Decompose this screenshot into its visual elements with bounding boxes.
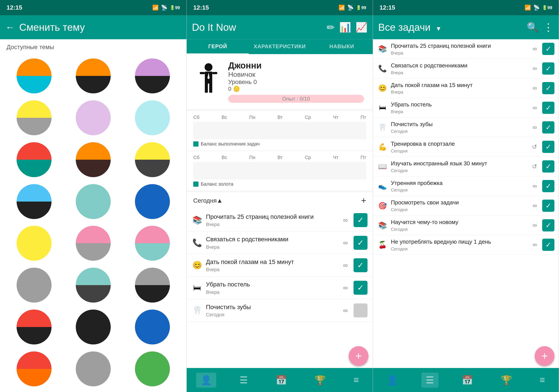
theme-circle-16[interactable]: [66, 266, 121, 304]
theme-circle-6[interactable]: [7, 141, 61, 178]
bottom-nav-item-p2-1[interactable]: ☰: [235, 373, 252, 388]
theme-circle-7[interactable]: [66, 141, 121, 178]
task-check-button[interactable]: ✓: [542, 82, 554, 94]
task-item[interactable]: 📞 Связаться с родственниками Вчера ∞ ✓: [373, 59, 559, 79]
task-item[interactable]: 🦷 Почистить зубы Сегодня ∞: [187, 299, 373, 322]
task-check-button[interactable]: ✓: [542, 141, 554, 153]
bottom-nav-item-p2-4[interactable]: ≡: [349, 373, 363, 387]
task-repeat: ∞: [532, 104, 537, 111]
fab-p3[interactable]: +: [535, 346, 554, 366]
tab-skills[interactable]: НАВЫКИ: [311, 39, 373, 54]
chart2-section: СбВсПнВтСрЧтПт Баланс золота: [187, 151, 373, 190]
tab-characteristics[interactable]: ХАРАКТЕРИСТИКИ: [249, 39, 311, 54]
task-item[interactable]: 🍒 Не употреблять вредную пищу 1 день Сег…: [373, 235, 559, 255]
battery-icon-p2: 🔋99: [356, 5, 366, 10]
bottom-nav-item-p3-1[interactable]: ☰: [421, 373, 438, 388]
task-check-button[interactable]: ✓: [542, 43, 554, 55]
task-check-button[interactable]: ✓: [542, 219, 554, 232]
task-icon: 📞: [192, 238, 202, 247]
theme-circle-0[interactable]: [7, 57, 61, 95]
task-check-button[interactable]: ✓: [542, 180, 554, 192]
task-check-button[interactable]: [354, 303, 367, 317]
status-bar-p2: 12:15 📶 📡 🔋99: [187, 0, 373, 15]
task-check-button[interactable]: ✓: [354, 281, 367, 295]
theme-circle-9[interactable]: [7, 183, 61, 220]
back-button[interactable]: ←: [5, 22, 15, 33]
task-item[interactable]: 👟 Утренняя пробежка Сегодня ∞ ✓: [373, 177, 559, 196]
theme-circle-4[interactable]: [66, 99, 121, 137]
theme-circle-11[interactable]: [125, 183, 180, 220]
bar-chart-icon[interactable]: 📊: [339, 22, 351, 33]
line-chart-icon[interactable]: 📈: [355, 22, 367, 33]
task-repeat: ∞: [532, 85, 537, 92]
task-item[interactable]: 🛏 Убрать постель Вчера ∞ ✓: [187, 276, 373, 299]
dropdown-icon[interactable]: ▼: [436, 25, 442, 32]
search-icon[interactable]: 🔍: [527, 22, 539, 33]
theme-circle-23[interactable]: [125, 350, 180, 388]
wifi-icon-p2: 📡: [347, 5, 354, 11]
task-date: Вчера: [391, 51, 530, 56]
theme-circle-21[interactable]: [7, 350, 61, 388]
theme-circle-2[interactable]: [125, 57, 180, 95]
task-item[interactable]: 🦷 Почистить зубы Сегодня ∞ ✓: [373, 118, 559, 137]
theme-header: ← Сменить тему: [0, 15, 186, 39]
theme-circle-12[interactable]: [7, 225, 61, 262]
task-check-button[interactable]: ✓: [542, 200, 554, 212]
task-icon: 📚: [377, 221, 388, 230]
bottom-nav-item-p3-4[interactable]: ≡: [535, 373, 550, 387]
theme-circle-1[interactable]: [66, 57, 121, 95]
task-item[interactable]: 📚 Научится чему-то новому Сегодня ∞ ✓: [373, 215, 559, 235]
svg-rect-3: [205, 83, 208, 93]
task-item[interactable]: 📚 Прочитать 25 страниц полезной книги Вч…: [187, 209, 373, 232]
task-check-button[interactable]: ✓: [354, 236, 367, 250]
theme-circle-15[interactable]: [7, 266, 61, 304]
bottom-nav-item-p3-3[interactable]: 🏆: [496, 373, 516, 388]
task-check-button[interactable]: ✓: [542, 160, 554, 173]
theme-circle-5[interactable]: [125, 99, 180, 137]
task-item[interactable]: 📖 Изучать иностранный язык 30 минут Сего…: [373, 157, 559, 177]
task-item[interactable]: 🛏 Убрать постель Вчера ∞ ✓: [373, 98, 559, 118]
task-check-button[interactable]: ✓: [354, 213, 367, 227]
task-date: Вчера: [206, 244, 340, 250]
bottom-nav-item-p2-2[interactable]: 📅: [271, 373, 291, 388]
task-icon: 😊: [377, 84, 388, 92]
chart1-days: СбВсПнВтСрЧтПт: [193, 115, 366, 120]
fab-p2[interactable]: +: [349, 346, 368, 366]
task-check-button[interactable]: ✓: [542, 121, 554, 134]
task-item[interactable]: 💪 Тренировка в спортзале Сегодня ↺ ✓: [373, 137, 559, 157]
theme-circle-10[interactable]: [66, 183, 121, 220]
theme-circle-14[interactable]: [125, 225, 180, 262]
task-item[interactable]: 📚 Прочитать 25 страниц полезной книги Вч…: [373, 39, 559, 59]
theme-circle-17[interactable]: [125, 266, 180, 304]
theme-circle-13[interactable]: [66, 225, 121, 262]
task-item[interactable]: 📞 Связаться с родственниками Вчера ∞ ✓: [187, 232, 373, 254]
bottom-nav-p3: 👤☰📅🏆≡: [373, 368, 559, 392]
task-check-button[interactable]: ✓: [542, 239, 554, 251]
task-item[interactable]: 🎯 Просмотреть свои задачи Сегодня ∞ ✓: [373, 196, 559, 215]
task-item[interactable]: 😊 Дать покой глазам на 15 минут Вчера ∞ …: [187, 254, 373, 276]
task-item[interactable]: 😊 Дать покой глазам на 15 минут Вчера ∞ …: [373, 79, 559, 98]
theme-circle-20[interactable]: [125, 308, 180, 346]
bottom-nav-item-p2-0[interactable]: 👤: [196, 373, 216, 388]
edit-icon[interactable]: ✏: [327, 22, 335, 33]
task-check-button[interactable]: ✓: [542, 62, 554, 75]
add-task-button[interactable]: +: [361, 196, 366, 205]
theme-circle-8[interactable]: [125, 141, 180, 178]
theme-circle-18[interactable]: [7, 308, 61, 346]
more-icon[interactable]: ⋮: [543, 21, 554, 33]
bottom-nav-item-p3-2[interactable]: 📅: [457, 373, 477, 388]
bottom-nav-item-p3-0[interactable]: 👤: [382, 373, 402, 388]
bottom-nav-item-p2-3[interactable]: 🏆: [310, 373, 330, 388]
task-name: Убрать постель: [206, 281, 340, 288]
theme-circle-3[interactable]: [7, 99, 61, 137]
theme-circle-19[interactable]: [66, 308, 121, 346]
task-repeat: ∞: [532, 241, 537, 248]
task-check-button[interactable]: ✓: [354, 258, 367, 272]
task-icon: 🦷: [377, 123, 388, 132]
task-check-button[interactable]: ✓: [542, 102, 554, 114]
tab-hero[interactable]: ГЕРОЙ: [187, 39, 249, 54]
task-icon: 📚: [377, 45, 388, 53]
task-name: Просмотреть свои задачи: [391, 199, 530, 206]
theme-circle-22[interactable]: [66, 350, 121, 388]
hero-figure: [199, 63, 218, 98]
